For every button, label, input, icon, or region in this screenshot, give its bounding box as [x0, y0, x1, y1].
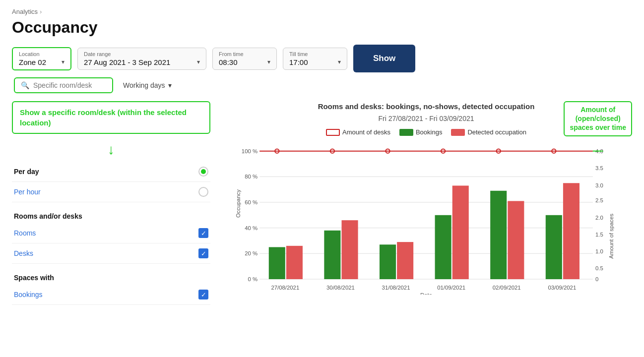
bar-group6-bookings [546, 215, 562, 279]
location-chevron-icon: ▾ [62, 59, 64, 65]
per-day-label: Per day [14, 168, 39, 176]
breadcrumb-parent[interactable]: Analytics [12, 8, 38, 15]
y-axis-right-label: Amount of spaces [608, 213, 614, 258]
location-value-row: Zone 02 ▾ [19, 58, 64, 66]
svg-text:0 %: 0 % [248, 276, 258, 282]
desks-checkbox[interactable]: ✓ [198, 248, 208, 258]
bookings-check-icon: ✓ [201, 291, 206, 298]
legend-amount-desks-swatch [326, 129, 340, 136]
from-time-chevron-icon: ▾ [267, 59, 270, 65]
sidebar: Show a specific room/desk (within the se… [12, 101, 220, 309]
bar-group1-detected [286, 246, 303, 279]
svg-text:31/08/2021: 31/08/2021 [382, 285, 410, 291]
granularity-section: Per day Per hour [12, 162, 210, 202]
working-days-label: Working days [123, 81, 165, 89]
date-range-chevron-icon: ▾ [197, 59, 200, 65]
chart-container: 100 % 80 % 60 % 40 % 20 % 0 % 4.0 3.5 3.… [220, 141, 632, 295]
legend-amount-desks: Amount of desks [326, 128, 390, 136]
desks-label: Desks [14, 249, 33, 257]
svg-text:100 %: 100 % [242, 148, 258, 154]
from-time-filter[interactable]: From time 08:30 ▾ [212, 48, 277, 70]
legend-detected-swatch [451, 129, 465, 136]
legend-amount-desks-label: Amount of desks [342, 128, 390, 136]
svg-text:02/09/2021: 02/09/2021 [493, 285, 521, 291]
per-hour-item[interactable]: Per hour [12, 182, 210, 202]
bar-group4-bookings [435, 215, 451, 279]
rooms-desks-section: Rooms ✓ Desks ✓ [12, 223, 210, 264]
per-day-radio-selected [201, 169, 206, 174]
svg-text:20 %: 20 % [245, 250, 258, 256]
bar-group3-bookings [380, 244, 396, 279]
annotation-text: Show a specific room/desk (within the se… [20, 107, 202, 128]
y-axis-left-label: Occupancy [235, 189, 241, 218]
desks-item[interactable]: Desks ✓ [12, 243, 210, 264]
svg-text:01/09/2021: 01/09/2021 [437, 285, 465, 291]
till-time-label: Till time [289, 51, 341, 57]
date-range-filter[interactable]: Date range 27 Aug 2021 - 3 Sep 2021 ▾ [77, 48, 206, 70]
bar-group5-bookings [490, 191, 507, 279]
date-range-value-row: 27 Aug 2021 - 3 Sep 2021 ▾ [84, 58, 200, 66]
from-time-label: From time [219, 51, 270, 57]
main-content: Show a specific room/desk (within the se… [12, 101, 632, 309]
svg-text:1.5: 1.5 [595, 232, 603, 238]
bar-group5-detected [508, 201, 524, 279]
working-days-chevron-icon: ▾ [168, 81, 172, 89]
legend-bookings-label: Bookings [416, 128, 442, 136]
till-time-chevron-icon: ▾ [338, 59, 341, 65]
till-time-filter[interactable]: Till time 17:00 ▾ [283, 48, 347, 70]
search-icon: 🔍 [21, 81, 29, 89]
filter-row: Location Zone 02 ▾ Date range 27 Aug 202… [12, 45, 632, 72]
working-days-filter[interactable]: Working days ▾ [119, 79, 176, 91]
rooms-checkbox[interactable]: ✓ [198, 228, 208, 238]
date-range-label: Date range [84, 51, 200, 57]
desks-check-icon: ✓ [201, 250, 206, 257]
bar-group1-bookings [269, 247, 285, 279]
svg-text:2.0: 2.0 [595, 215, 603, 221]
rooms-check-icon: ✓ [201, 230, 206, 237]
bookings-label: Bookings [14, 291, 43, 298]
annotation-arrow-icon: ↓ [12, 142, 210, 158]
y-axis-right: 4.0 3.5 3.0 2.5 2.0 1.5 1.0 0.5 0 [595, 148, 603, 282]
location-filter[interactable]: Location Zone 02 ▾ [12, 47, 71, 70]
legend-detected: Detected occupation [451, 128, 526, 136]
svg-text:80 %: 80 % [245, 174, 258, 179]
annotation-box: Show a specific room/desk (within the se… [12, 101, 210, 134]
location-label: Location [19, 51, 64, 57]
bar-group2-bookings [324, 231, 340, 279]
rooms-label: Rooms [14, 229, 36, 237]
page-title: Occupancy [12, 18, 632, 37]
bookings-item[interactable]: Bookings ✓ [12, 285, 210, 305]
bar-group2-detected [342, 220, 358, 279]
location-value: Zone 02 [19, 58, 46, 66]
svg-text:27/08/2021: 27/08/2021 [271, 285, 299, 291]
from-time-value: 08:30 [219, 58, 238, 66]
rooms-desks-section-title: Rooms and/or desks [12, 206, 210, 223]
bookings-checkbox[interactable]: ✓ [198, 290, 208, 299]
svg-text:0: 0 [595, 276, 598, 282]
per-hour-radio[interactable] [198, 187, 208, 197]
amount-annotation: Amount of(open/closed)spaces over time [564, 101, 632, 136]
second-row: 🔍 Working days ▾ [12, 77, 632, 93]
till-time-value-row: 17:00 ▾ [289, 58, 341, 66]
breadcrumb: Analytics › [12, 8, 632, 15]
y-axis-left: 100 % 80 % 60 % 40 % 20 % 0 % [242, 148, 258, 282]
date-range-value: 27 Aug 2021 - 3 Sep 2021 [84, 58, 170, 66]
chart-svg: 100 % 80 % 60 % 40 % 20 % 0 % 4.0 3.5 3.… [220, 141, 632, 295]
bar-group4-detected [452, 185, 469, 279]
search-input[interactable] [33, 81, 103, 89]
spaces-with-section: Bookings ✓ [12, 285, 210, 305]
svg-text:3.5: 3.5 [595, 165, 603, 171]
bar-group6-detected [563, 183, 580, 279]
per-day-item[interactable]: Per day [12, 162, 210, 182]
svg-text:2.5: 2.5 [595, 197, 603, 203]
show-button[interactable]: Show [353, 45, 415, 72]
rooms-item[interactable]: Rooms ✓ [12, 223, 210, 243]
chart-area: Amount of(open/closed)spaces over time R… [220, 101, 632, 309]
search-filter[interactable]: 🔍 [14, 77, 113, 93]
spaces-with-section-title: Spaces with [12, 268, 210, 285]
per-day-radio[interactable] [198, 167, 208, 177]
legend-bookings: Bookings [399, 128, 442, 136]
svg-text:1.0: 1.0 [595, 248, 603, 254]
from-time-value-row: 08:30 ▾ [219, 58, 270, 66]
x-axis-label: Date [420, 292, 432, 295]
